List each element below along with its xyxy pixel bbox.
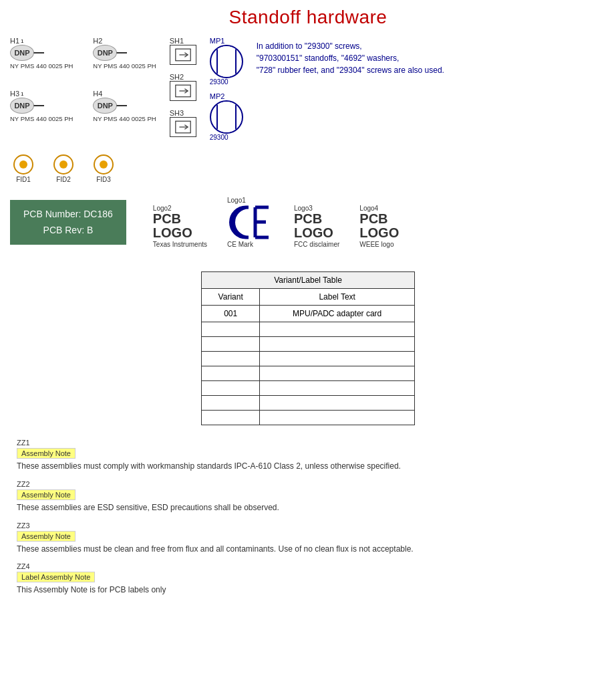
variant-cell-variant-1 bbox=[202, 322, 260, 337]
logo4-text2: LOGO bbox=[359, 225, 399, 241]
note-badge-3: Label Assembly Note bbox=[17, 572, 95, 582]
variant-cell-variant-3 bbox=[202, 352, 260, 366]
h4-ref: H4 bbox=[93, 90, 102, 98]
note-text-0: These assemblies must comply with workma… bbox=[17, 461, 599, 472]
h3-superscript: 1 bbox=[21, 91, 23, 97]
variant-cell-variant-2 bbox=[202, 337, 260, 352]
note-badge-0: Assembly Note bbox=[17, 448, 75, 459]
pcb-number: PCB Number: DC186 bbox=[23, 207, 113, 223]
variant-col2-header: Label Text bbox=[260, 289, 415, 306]
h3-partnum: NY PMS 440 0025 PH bbox=[10, 115, 73, 122]
fid2-item: FID2 bbox=[53, 154, 73, 183]
variant-cell-label-5 bbox=[260, 381, 415, 396]
standoff-note: In addition to "29300" screws, "97030015… bbox=[257, 40, 444, 76]
variant-cell-variant-5 bbox=[202, 381, 260, 396]
logo1-sub: CE Mark bbox=[227, 241, 253, 248]
mp1-item: MP1 29300 bbox=[210, 37, 243, 86]
variant-cell-label-7 bbox=[260, 411, 415, 425]
fid1-circle bbox=[13, 154, 33, 175]
variant-row-7 bbox=[202, 411, 415, 425]
logo4-text1: PCB bbox=[359, 212, 388, 225]
note-text-2: These assemblies must be clean and free … bbox=[17, 544, 599, 555]
fiducials-row: FID1 FID2 FID3 bbox=[10, 144, 606, 190]
note-text-3: This Assembly Note is for PCB labels onl… bbox=[17, 584, 599, 596]
logo1-ce bbox=[227, 204, 274, 241]
h3-ref: H3 bbox=[10, 90, 19, 98]
fid3-ref: FID3 bbox=[96, 176, 111, 183]
mp2-item: MP2 29300 bbox=[210, 92, 243, 141]
logo2-text1: PCB bbox=[153, 212, 181, 225]
logo4-item: Logo4 PCB LOGO WEEE logo bbox=[359, 205, 399, 248]
variant-cell-label-2 bbox=[260, 337, 415, 352]
sh3-box bbox=[170, 117, 196, 137]
note-badge-1: Assembly Note bbox=[17, 489, 75, 500]
logo1-item: Logo1 CE Mark bbox=[227, 197, 274, 248]
fid1-dot bbox=[19, 160, 27, 168]
h4-partnum: NY PMS 440 0025 PH bbox=[93, 115, 156, 122]
sh2-ref: SH2 bbox=[170, 73, 184, 81]
note-block-1: ZZ2Assembly NoteThese assemblies are ESD… bbox=[17, 480, 599, 514]
variant-row-6 bbox=[202, 396, 415, 411]
h1-ref: H1 bbox=[10, 37, 19, 45]
variant-row-1 bbox=[202, 322, 415, 337]
dnp-pair-2: H3 1 DNP NY PMS 440 0025 PH H4 DNP bbox=[10, 90, 156, 122]
h3-badge: DNP bbox=[10, 98, 34, 114]
variant-row-0: 001MPU/PADC adapter card bbox=[202, 306, 415, 322]
logo1-ref: Logo1 bbox=[227, 197, 246, 204]
fid2-ref: FID2 bbox=[56, 176, 71, 183]
variant-cell-label-4 bbox=[260, 366, 415, 381]
h4-item: H4 DNP NY PMS 440 0025 PH bbox=[93, 90, 156, 122]
variant-cell-variant-4 bbox=[202, 366, 260, 381]
sh2-item: SH2 bbox=[170, 73, 196, 101]
variant-row-5 bbox=[202, 381, 415, 396]
logo2-item: Logo2 PCB LOGO Texas Instruments bbox=[153, 205, 207, 248]
note-block-3: ZZ4Label Assembly NoteThis Assembly Note… bbox=[17, 562, 599, 596]
logo3-sub: FCC disclaimer bbox=[294, 241, 339, 248]
note-block-0: ZZ1Assembly NoteThese assemblies must co… bbox=[17, 439, 599, 472]
dnp-group: H1 1 DNP NY PMS 440 0025 PH H2 DNP bbox=[10, 37, 156, 122]
mp-group: MP1 29300 MP2 29300 bbox=[210, 37, 243, 141]
note-block-2: ZZ3Assembly NoteThese assemblies must be… bbox=[17, 522, 599, 555]
components-section: H1 1 DNP NY PMS 440 0025 PH H2 DNP bbox=[10, 33, 606, 144]
variant-cell-variant-0: 001 bbox=[202, 306, 260, 322]
variant-cell-label-1 bbox=[260, 322, 415, 337]
mp2-number: 29300 bbox=[210, 134, 228, 141]
variant-col1-header: Variant bbox=[202, 289, 260, 306]
mp1-ref: MP1 bbox=[210, 37, 225, 45]
logo3-text2: LOGO bbox=[294, 225, 333, 241]
sh2-box bbox=[170, 81, 196, 101]
variant-table: Variant/Label Table Variant Label Text 0… bbox=[201, 271, 415, 425]
logo3-item: Logo3 PCB LOGO FCC disclaimer bbox=[294, 205, 339, 248]
logo4-sub: WEEE logo bbox=[359, 241, 394, 248]
h2-badge: DNP bbox=[93, 45, 117, 61]
fid3-circle bbox=[94, 154, 114, 175]
notes-section: ZZ1Assembly NoteThese assemblies must co… bbox=[10, 435, 606, 610]
mp2-circle bbox=[210, 100, 243, 134]
page-title: Standoff hardware bbox=[0, 0, 616, 33]
dnp-pair-1: H1 1 DNP NY PMS 440 0025 PH H2 DNP bbox=[10, 37, 156, 70]
mp1-number: 29300 bbox=[210, 78, 228, 86]
note-ref-3: ZZ4 bbox=[17, 562, 599, 570]
variant-row-2 bbox=[202, 337, 415, 352]
pcb-rev: PCB Rev: B bbox=[23, 223, 113, 239]
fid2-circle bbox=[53, 154, 73, 175]
fid1-ref: FID1 bbox=[16, 176, 31, 183]
variant-cell-label-3 bbox=[260, 352, 415, 366]
h3-item: H3 1 DNP NY PMS 440 0025 PH bbox=[10, 90, 73, 122]
note-ref-0: ZZ1 bbox=[17, 439, 599, 447]
variant-row-3 bbox=[202, 352, 415, 366]
h1-item: H1 1 DNP NY PMS 440 0025 PH bbox=[10, 37, 73, 70]
sh-group: SH1 SH2 bbox=[170, 37, 196, 137]
logo3-text1: PCB bbox=[294, 212, 322, 225]
h1-partnum: NY PMS 440 0025 PH bbox=[10, 62, 73, 70]
table-section: Variant/Label Table Variant Label Text 0… bbox=[10, 258, 606, 435]
sh1-item: SH1 bbox=[170, 37, 196, 65]
h1-badge: DNP bbox=[10, 45, 34, 61]
note-ref-1: ZZ2 bbox=[17, 480, 599, 488]
h2-ref: H2 bbox=[93, 37, 102, 45]
h2-item: H2 DNP NY PMS 440 0025 PH bbox=[93, 37, 156, 70]
pcb-info-section: PCB Number: DC186 PCB Rev: B Logo2 PCB L… bbox=[10, 190, 606, 258]
sh1-box bbox=[170, 45, 196, 65]
note-badge-2: Assembly Note bbox=[17, 531, 75, 542]
fid2-dot bbox=[59, 160, 67, 168]
